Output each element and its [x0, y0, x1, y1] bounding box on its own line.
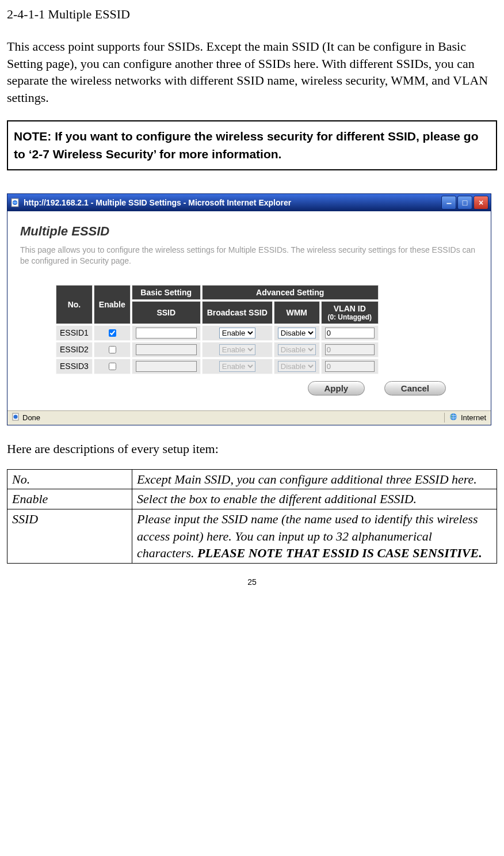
broadcast-select[interactable]: Enable: [219, 328, 255, 338]
row-enable-cell: [94, 359, 131, 374]
section-heading: 2-4-1-1 Multiple ESSID: [7, 7, 497, 22]
close-button[interactable]: ×: [474, 196, 488, 210]
detail-row: No.Except Main SSID, you can configure a…: [7, 469, 497, 489]
row-vlan-cell: [321, 325, 379, 341]
wmm-select: Disable: [278, 344, 316, 355]
page-description: This page allows you to configure the wi…: [20, 245, 480, 267]
ssid-input: [136, 361, 197, 372]
description-line: Here are descriptions of every setup ite…: [7, 442, 497, 456]
wmm-select: Disable: [278, 361, 316, 372]
detail-desc: Except Main SSID, you can configure addi…: [132, 469, 497, 489]
apply-button[interactable]: Apply: [308, 381, 365, 395]
maximize-button[interactable]: □: [457, 196, 472, 210]
status-zone: Internet: [444, 413, 486, 423]
broadcast-select: Enable: [219, 344, 255, 355]
ie-page-icon: [11, 198, 20, 207]
svg-point-3: [14, 415, 18, 419]
col-vlan: VLAN ID (0: Untagged): [321, 301, 379, 324]
detail-row: EnableSelect the box to enable the diffe…: [7, 489, 497, 509]
detail-label: Enable: [7, 489, 132, 509]
col-enable: Enable: [94, 285, 131, 324]
detail-desc: Please input the SSID name (the name use…: [132, 509, 497, 563]
window-titlebar[interactable]: http://192.168.2.1 - Multiple SSID Setti…: [7, 194, 491, 211]
essid-table: No. Enable Basic Setting Advanced Settin…: [55, 284, 380, 375]
cancel-button[interactable]: Cancel: [384, 381, 446, 395]
detail-label: No.: [7, 469, 132, 489]
enable-checkbox[interactable]: [109, 346, 116, 353]
intro-paragraph: This access point supports four SSIDs. E…: [7, 38, 497, 106]
detail-table: No.Except Main SSID, you can configure a…: [7, 469, 497, 564]
detail-note: PLEASE NOTE THAT ESSID IS CASE SENSITIVE…: [197, 546, 482, 560]
row-vlan-cell: [321, 342, 379, 357]
row-broadcast-cell: Enable: [202, 342, 273, 357]
button-row: Apply Cancel: [20, 375, 480, 395]
col-wmm: WMM: [274, 301, 320, 324]
col-basic: Basic Setting: [132, 285, 201, 300]
note-box: NOTE: If you want to configure the wirel…: [7, 120, 497, 170]
row-no: ESSID2: [56, 342, 93, 357]
vlan-input: [325, 344, 375, 355]
row-no: ESSID1: [56, 325, 93, 341]
ssid-input[interactable]: [136, 328, 197, 338]
status-text-right: Internet: [461, 413, 486, 422]
globe-icon: [449, 413, 457, 423]
status-text-left: Done: [22, 413, 40, 422]
col-broadcast: Broadcast SSID: [202, 301, 273, 324]
status-bar: Done Internet: [7, 410, 491, 425]
row-ssid-cell: [132, 325, 201, 341]
row-ssid-cell: [132, 359, 201, 374]
table-row: ESSID1EnableDisable: [56, 325, 379, 341]
vlan-input[interactable]: [325, 328, 375, 338]
row-ssid-cell: [132, 342, 201, 357]
row-enable-cell: [94, 325, 131, 341]
page-heading: Multiple ESSID: [20, 224, 480, 239]
ssid-input: [136, 344, 197, 355]
wmm-select[interactable]: Disable: [278, 328, 316, 338]
row-enable-cell: [94, 342, 131, 357]
table-row: ESSID3EnableDisable: [56, 359, 379, 374]
page-content: Multiple ESSID This page allows you to c…: [7, 211, 491, 410]
detail-label: SSID: [7, 509, 132, 563]
status-done-icon: [12, 413, 20, 423]
row-wmm-cell: Disable: [274, 359, 320, 374]
col-no: No.: [56, 285, 93, 324]
vlan-input: [325, 361, 375, 372]
detail-row: SSIDPlease input the SSID name (the name…: [7, 509, 497, 563]
col-ssid: SSID: [132, 301, 201, 324]
broadcast-select: Enable: [219, 361, 255, 372]
enable-checkbox[interactable]: [109, 329, 116, 337]
row-broadcast-cell: Enable: [202, 325, 273, 341]
row-wmm-cell: Disable: [274, 325, 320, 341]
detail-desc: Select the box to enable the different a…: [132, 489, 497, 509]
window-title: http://192.168.2.1 - Multiple SSID Setti…: [24, 198, 291, 207]
col-advanced: Advanced Setting: [202, 285, 379, 300]
table-row: ESSID2EnableDisable: [56, 342, 379, 357]
minimize-button[interactable]: ‒: [441, 196, 456, 210]
row-wmm-cell: Disable: [274, 342, 320, 357]
page-number: 25: [7, 577, 497, 587]
row-vlan-cell: [321, 359, 379, 374]
enable-checkbox[interactable]: [109, 363, 116, 370]
row-no: ESSID3: [56, 359, 93, 374]
row-broadcast-cell: Enable: [202, 359, 273, 374]
browser-window: http://192.168.2.1 - Multiple SSID Setti…: [7, 193, 491, 425]
